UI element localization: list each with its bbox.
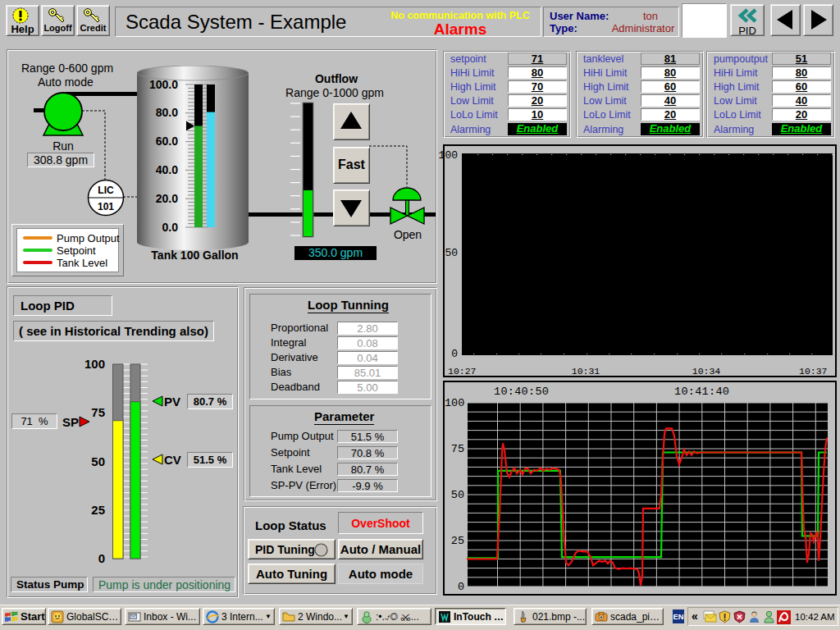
svg-text:80.0: 80.0 (156, 106, 178, 119)
svg-text:LIC: LIC (98, 185, 114, 196)
svg-text:50: 50 (91, 454, 105, 468)
svg-text:100.0: 100.0 (149, 78, 178, 91)
svg-text:25: 25 (91, 503, 105, 517)
svg-text:40.0: 40.0 (156, 163, 178, 176)
svg-text:60.0: 60.0 (156, 135, 178, 148)
svg-text:0: 0 (98, 551, 105, 565)
svg-text:20.0: 20.0 (156, 192, 178, 205)
svg-text:101: 101 (98, 201, 114, 212)
svg-text:75: 75 (91, 405, 105, 419)
svg-text:100: 100 (84, 358, 105, 371)
svg-text:0.0: 0.0 (162, 221, 179, 234)
